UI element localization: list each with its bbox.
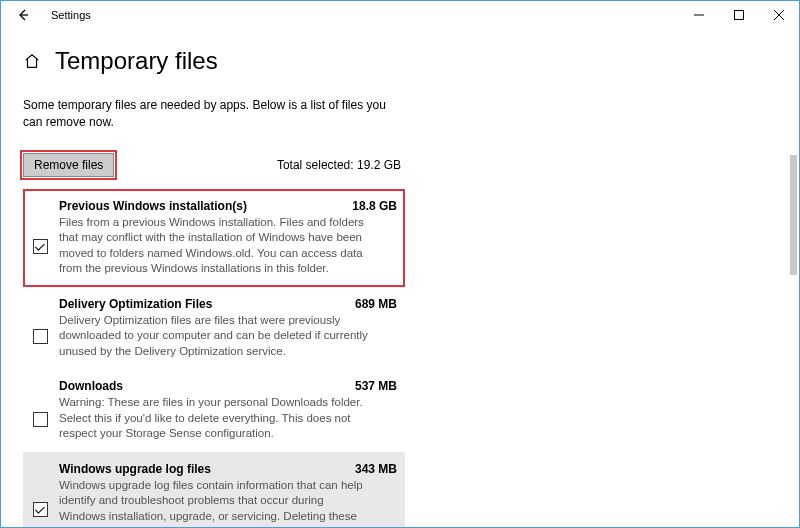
item-size: 343 MB [345, 462, 397, 476]
item-description: Warning: These are files in your persona… [59, 395, 369, 442]
checkbox-wrap [27, 199, 53, 277]
category-checkbox[interactable] [33, 502, 48, 517]
item-description: Windows upgrade log files contain inform… [59, 478, 369, 528]
item-header: Windows upgrade log files343 MB [59, 462, 397, 476]
item-size: 689 MB [345, 297, 397, 311]
total-selected: Total selected: 19.2 GB [277, 158, 401, 172]
scrollbar-thumb[interactable] [790, 155, 797, 275]
maximize-icon [734, 10, 744, 20]
page-title: Temporary files [55, 47, 218, 75]
item-title: Previous Windows installation(s) [59, 199, 342, 213]
intro-text: Some temporary files are needed by apps.… [23, 97, 393, 131]
close-icon [774, 10, 784, 20]
item-body: Previous Windows installation(s)18.8 GBF… [53, 199, 397, 277]
category-checkbox[interactable] [33, 239, 48, 254]
checkbox-wrap [27, 297, 53, 360]
item-header: Delivery Optimization Files689 MB [59, 297, 397, 311]
item-description: Files from a previous Windows installati… [59, 215, 369, 277]
total-value: 19.2 GB [357, 158, 401, 172]
item-size: 18.8 GB [342, 199, 397, 213]
file-category-list: Previous Windows installation(s)18.8 GBF… [23, 189, 405, 528]
arrow-left-icon [16, 8, 30, 22]
checkbox-wrap [27, 462, 53, 528]
item-description: Delivery Optimization files are files th… [59, 313, 369, 360]
remove-files-button[interactable]: Remove files [23, 153, 114, 177]
file-category-item[interactable]: Previous Windows installation(s)18.8 GBF… [23, 189, 405, 287]
close-button[interactable] [759, 1, 799, 29]
item-header: Downloads537 MB [59, 379, 397, 393]
checkbox-wrap [27, 379, 53, 442]
item-title: Downloads [59, 379, 345, 393]
item-body: Windows upgrade log files343 MBWindows u… [53, 462, 397, 528]
item-body: Delivery Optimization Files689 MBDeliver… [53, 297, 397, 360]
category-checkbox[interactable] [33, 412, 48, 427]
titlebar: Settings [1, 1, 799, 29]
file-category-item[interactable]: Downloads537 MBWarning: These are files … [23, 369, 405, 452]
item-body: Downloads537 MBWarning: These are files … [53, 379, 397, 442]
action-row: Remove files Total selected: 19.2 GB [23, 153, 401, 177]
window-controls [679, 1, 799, 29]
svg-rect-2 [735, 11, 744, 20]
item-title: Delivery Optimization Files [59, 297, 345, 311]
total-label: Total selected: [277, 158, 354, 172]
app-name: Settings [37, 9, 91, 21]
file-category-item[interactable]: Windows upgrade log files343 MBWindows u… [23, 452, 405, 528]
minimize-button[interactable] [679, 1, 719, 29]
page-header: Temporary files [1, 29, 799, 75]
maximize-button[interactable] [719, 1, 759, 29]
back-button[interactable] [9, 1, 37, 29]
item-header: Previous Windows installation(s)18.8 GB [59, 199, 397, 213]
home-icon[interactable] [23, 52, 41, 70]
item-title: Windows upgrade log files [59, 462, 345, 476]
file-category-item[interactable]: Delivery Optimization Files689 MBDeliver… [23, 287, 405, 370]
item-size: 537 MB [345, 379, 397, 393]
category-checkbox[interactable] [33, 329, 48, 344]
content-area: Some temporary files are needed by apps.… [1, 75, 799, 528]
minimize-icon [694, 10, 704, 20]
